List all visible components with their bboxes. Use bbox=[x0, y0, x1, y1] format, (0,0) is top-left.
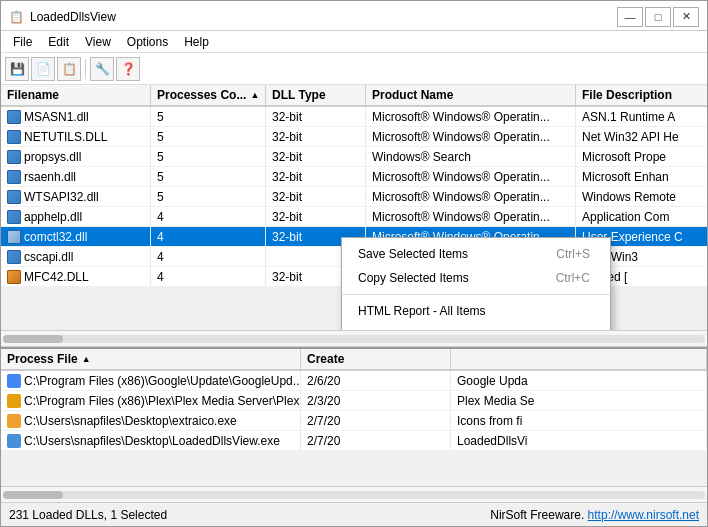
nirsoft-link[interactable]: http://www.nirsoft.net bbox=[588, 508, 699, 522]
dll-icon bbox=[7, 110, 21, 124]
close-button[interactable]: ✕ bbox=[673, 7, 699, 27]
cell-filename: MFC42.DLL bbox=[1, 267, 151, 286]
dll-icon bbox=[7, 170, 21, 184]
cell-procs: 4 bbox=[151, 227, 266, 246]
table-row[interactable]: C:\Program Files (x86)\Plex\Plex Media S… bbox=[1, 391, 707, 411]
cell-filename: WTSAPI32.dll bbox=[1, 187, 151, 206]
toolbar-new[interactable]: 📄 bbox=[31, 57, 55, 81]
status-bar: 231 Loaded DLLs, 1 Selected NirSoft Free… bbox=[1, 502, 707, 526]
cell-procs: 4 bbox=[151, 247, 266, 266]
cell-process-file: C:\Users\snapfiles\Desktop\LoadedDllsVie… bbox=[1, 431, 301, 450]
dll-icon bbox=[7, 190, 21, 204]
cell-created: 2/7/20 bbox=[301, 411, 451, 430]
cell-product: Microsoft® Windows® Operatin... bbox=[366, 107, 576, 126]
toolbar-settings[interactable]: 🔧 bbox=[90, 57, 114, 81]
scrollbar-track bbox=[3, 335, 705, 343]
cell-extra: Plex Media Se bbox=[451, 391, 707, 410]
dll-icon bbox=[7, 150, 21, 164]
cell-dlltype: 32-bit bbox=[266, 167, 366, 186]
table-row[interactable]: MSASN1.dll 5 32-bit Microsoft® Windows® … bbox=[1, 107, 707, 127]
col-header-dlltype[interactable]: DLL Type bbox=[266, 85, 366, 105]
ctx-html-selected[interactable]: HTML Report - Selected Items bbox=[342, 323, 610, 330]
ctx-separator bbox=[342, 294, 610, 295]
cell-dlltype: 32-bit bbox=[266, 127, 366, 146]
status-count: 231 Loaded DLLs, 1 Selected bbox=[9, 508, 167, 522]
cell-filedesc: Microsoft Enhan bbox=[576, 167, 707, 186]
cell-product: Microsoft® Windows® Operatin... bbox=[366, 187, 576, 206]
cell-dlltype: 32-bit bbox=[266, 107, 366, 126]
dll-table-body: MSASN1.dll 5 32-bit Microsoft® Windows® … bbox=[1, 107, 707, 330]
context-menu: Save Selected Items Ctrl+S Copy Selected… bbox=[341, 237, 611, 330]
menu-help[interactable]: Help bbox=[176, 33, 217, 51]
cell-filename: NETUTILS.DLL bbox=[1, 127, 151, 146]
cell-filename: comctl32.dll bbox=[1, 227, 151, 246]
col-header-created[interactable]: Create bbox=[301, 349, 451, 369]
plex-icon bbox=[7, 394, 21, 408]
menu-bar: File Edit View Options Help bbox=[1, 31, 707, 53]
dll-table: Filename Processes Co... ▲ DLL Type Prod… bbox=[1, 85, 707, 347]
cell-procs: 5 bbox=[151, 107, 266, 126]
maximize-button[interactable]: □ bbox=[645, 7, 671, 27]
menu-edit[interactable]: Edit bbox=[40, 33, 77, 51]
cell-dlltype: 32-bit bbox=[266, 187, 366, 206]
dll-icon bbox=[7, 210, 21, 224]
cell-filename: apphelp.dll bbox=[1, 207, 151, 226]
cell-procs: 5 bbox=[151, 187, 266, 206]
cell-created: 2/6/20 bbox=[301, 371, 451, 390]
menu-view[interactable]: View bbox=[77, 33, 119, 51]
cell-filename: cscapi.dll bbox=[1, 247, 151, 266]
table-row[interactable]: WTSAPI32.dll 5 32-bit Microsoft® Windows… bbox=[1, 187, 707, 207]
table-row[interactable]: rsaenh.dll 5 32-bit Microsoft® Windows® … bbox=[1, 167, 707, 187]
menu-options[interactable]: Options bbox=[119, 33, 176, 51]
table-row[interactable]: C:\Users\snapfiles\Desktop\extraico.exe … bbox=[1, 411, 707, 431]
process-column-headers: Process File ▲ Create bbox=[1, 349, 707, 371]
cell-filename: propsys.dll bbox=[1, 147, 151, 166]
dll-icon bbox=[7, 230, 21, 244]
col-header-product[interactable]: Product Name bbox=[366, 85, 576, 105]
window-title: LoadedDllsView bbox=[30, 10, 116, 24]
hscrollbar-bottom[interactable] bbox=[1, 486, 707, 502]
toolbar-save[interactable]: 💾 bbox=[5, 57, 29, 81]
col-header-filename[interactable]: Filename bbox=[1, 85, 151, 105]
menu-file[interactable]: File bbox=[5, 33, 40, 51]
main-content: Filename Processes Co... ▲ DLL Type Prod… bbox=[1, 85, 707, 502]
status-credit: NirSoft Freeware. http://www.nirsoft.net bbox=[490, 508, 699, 522]
cell-dlltype: 32-bit bbox=[266, 147, 366, 166]
scrollbar-track bbox=[3, 491, 705, 499]
table-row[interactable]: C:\Users\snapfiles\Desktop\LoadedDllsVie… bbox=[1, 431, 707, 451]
cell-filedesc: ASN.1 Runtime A bbox=[576, 107, 707, 126]
cell-extra: Icons from fi bbox=[451, 411, 707, 430]
toolbar-separator bbox=[85, 59, 86, 79]
app-icon bbox=[7, 434, 21, 448]
process-table-body: C:\Program Files (x86)\Google\Update\Goo… bbox=[1, 371, 707, 486]
cell-extra: LoadedDllsVi bbox=[451, 431, 707, 450]
table-row[interactable]: C:\Program Files (x86)\Google\Update\Goo… bbox=[1, 371, 707, 391]
cell-filename: MSASN1.dll bbox=[1, 107, 151, 126]
col-header-process[interactable]: Process File ▲ bbox=[1, 349, 301, 369]
col-header-procs[interactable]: Processes Co... ▲ bbox=[151, 85, 266, 105]
minimize-button[interactable]: — bbox=[617, 7, 643, 27]
toolbar-copy[interactable]: 📋 bbox=[57, 57, 81, 81]
cell-process-file: C:\Program Files (x86)\Plex\Plex Media S… bbox=[1, 391, 301, 410]
cell-procs: 5 bbox=[151, 147, 266, 166]
table-row[interactable]: propsys.dll 5 32-bit Windows® Search Mic… bbox=[1, 147, 707, 167]
cell-extra: Google Upda bbox=[451, 371, 707, 390]
ctx-html-all[interactable]: HTML Report - All Items bbox=[342, 299, 610, 323]
hscrollbar-top[interactable] bbox=[1, 330, 707, 346]
ctx-save-selected[interactable]: Save Selected Items Ctrl+S bbox=[342, 242, 610, 266]
cell-product: Microsoft® Windows® Operatin... bbox=[366, 127, 576, 146]
cell-procs: 4 bbox=[151, 207, 266, 226]
table-row[interactable]: apphelp.dll 4 32-bit Microsoft® Windows®… bbox=[1, 207, 707, 227]
process-section: Process File ▲ Create C:\Program Files (… bbox=[1, 347, 707, 502]
cell-filedesc: Net Win32 API He bbox=[576, 127, 707, 146]
cell-process-file: C:\Users\snapfiles\Desktop\extraico.exe bbox=[1, 411, 301, 430]
toolbar-help[interactable]: ❓ bbox=[116, 57, 140, 81]
table-row[interactable]: NETUTILS.DLL 5 32-bit Microsoft® Windows… bbox=[1, 127, 707, 147]
col-header-filedesc[interactable]: File Description bbox=[576, 85, 707, 105]
title-bar: 📋 LoadedDllsView — □ ✕ bbox=[1, 1, 707, 31]
cell-product: Microsoft® Windows® Operatin... bbox=[366, 207, 576, 226]
google-icon bbox=[7, 374, 21, 388]
col-header-extra[interactable] bbox=[451, 349, 707, 369]
ctx-copy-selected[interactable]: Copy Selected Items Ctrl+C bbox=[342, 266, 610, 290]
cell-filedesc: Windows Remote bbox=[576, 187, 707, 206]
